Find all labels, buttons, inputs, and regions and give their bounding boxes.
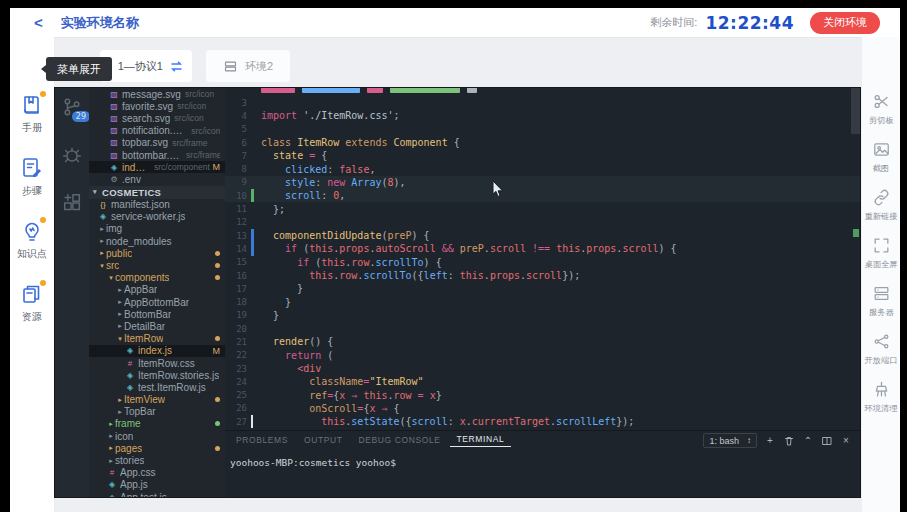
tree-item-ItemRow[interactable]: ▾ItemRow <box>89 333 225 345</box>
tree-item-App.css[interactable]: #App.css <box>89 467 225 479</box>
tree-item-src[interactable]: ▾src <box>89 259 225 271</box>
code-line-4[interactable]: 4import './ItemRow.css'; <box>225 109 860 122</box>
terminal-prompt[interactable]: yoohoos-MBP:cosmetics yoohoo$ <box>230 457 396 468</box>
code-line-14[interactable]: 14 if (this.props.autoScroll && preP.scr… <box>225 242 860 255</box>
code-line-8[interactable]: 8 clicked: false, <box>225 162 860 175</box>
tool-item-ports[interactable]: 开放端口 <box>863 332 899 367</box>
code-line-27[interactable]: 27 this.setState({scroll: x.currentTarge… <box>225 415 860 428</box>
tree-item-favorite.svg[interactable]: ▨favorite.svgsrc/icon <box>89 100 225 112</box>
tree-item-stories[interactable]: ▸stories <box>89 454 225 466</box>
code-line-11[interactable]: 11 }; <box>225 202 860 215</box>
git-status-dot <box>215 421 220 426</box>
tree-item-test.ItemRow.js[interactable]: ◈test.ItemRow.js <box>89 381 225 393</box>
tree-item-components[interactable]: ▾components <box>89 272 225 284</box>
code-line-12[interactable]: 12 <box>225 216 860 229</box>
tree-item-manifest.json[interactable]: {}manifest.json <box>89 199 225 211</box>
tree-item-message.svg[interactable]: ▨message.svgsrc/icon <box>89 88 225 100</box>
tree-item-search.svg[interactable]: ▨search.svgsrc/icon <box>89 112 225 124</box>
tree-item-icon[interactable]: ▸icon <box>89 430 225 442</box>
code-line-3[interactable]: 3 <box>225 96 860 109</box>
tree-item-ItemRow.stories.js[interactable]: ◈ItemRow.stories.js <box>89 369 225 381</box>
debug-icon[interactable] <box>61 144 83 166</box>
code-line-23[interactable]: 23 <div <box>225 362 860 375</box>
tree-item-bottombar.svg[interactable]: ▨bottombar.svgsrc/frame <box>89 149 225 161</box>
code-text: clicked: false, <box>261 164 375 175</box>
sidebar-item-knowledge[interactable]: 知识点 <box>17 219 47 261</box>
tree-item-public[interactable]: ▸public <box>89 247 225 259</box>
panel-tab-problems[interactable]: PROBLEMS <box>229 433 295 447</box>
tree-item-index.js[interactable]: ◈index.jsM <box>89 345 225 357</box>
line-number: 21 <box>225 337 247 347</box>
code-line-25[interactable]: 25 ref={x ⇒ this.row = x} <box>225 389 860 402</box>
tree-item-frame[interactable]: ▸frame <box>89 418 225 430</box>
tree-item-ItemView[interactable]: ▸ItemView <box>89 394 225 406</box>
tool-item-cleanup[interactable]: 环境清理 <box>863 380 899 415</box>
tree-item-name: src <box>106 260 119 271</box>
code-line-21[interactable]: 21 render() { <box>225 335 860 348</box>
workspace-section-header[interactable]: ▾COSMETICS <box>89 186 225 199</box>
tree-item-BottomBar[interactable]: ▸BottomBar <box>89 308 225 320</box>
close-environment-button[interactable]: 关闭环境 <box>810 12 880 34</box>
swap-environment-icon[interactable] <box>169 59 184 74</box>
tree-item-topbar.svg[interactable]: ▨topbar.svgsrc/frame <box>89 137 225 149</box>
tree-item-img[interactable]: ▸img <box>89 223 225 235</box>
new-terminal-icon[interactable]: + <box>764 435 776 447</box>
tree-item-App.test.js[interactable]: ◈App.test.js <box>89 491 225 497</box>
panel-tab-debug-console[interactable]: DEBUG CONSOLE <box>352 433 448 447</box>
tree-item-AppBar[interactable]: ▸AppBar <box>89 284 225 296</box>
code-line-26[interactable]: 26 onScroll={x ⇒ { <box>225 402 860 415</box>
code-line-7[interactable]: 7 state = { <box>225 149 860 162</box>
tree-item-pages[interactable]: ▸pages <box>89 442 225 454</box>
code-line-5[interactable]: 5 <box>225 123 860 136</box>
extensions-icon[interactable] <box>61 192 83 214</box>
editor-scrollbar[interactable] <box>851 88 860 134</box>
split-terminal-icon[interactable] <box>821 435 833 447</box>
env2-tab[interactable]: 环境2 <box>206 50 290 82</box>
line-number: 26 <box>225 403 247 413</box>
tree-item-service-worker.js[interactable]: ◈service-worker.js <box>89 211 225 223</box>
code-line-22[interactable]: 22 return ( <box>225 349 860 362</box>
code-line-16[interactable]: 16 this.row.scrollTo({left: this.props.s… <box>225 269 860 282</box>
tool-item-server[interactable]: 服务器 <box>868 284 895 319</box>
sidebar-item-steps[interactable]: 步骤 <box>20 156 44 198</box>
code-line-15[interactable]: 15 if (this.row.scrollTo) { <box>225 256 860 269</box>
code-line-10[interactable]: 10 scroll: 0, <box>225 189 860 202</box>
tree-item-TopBar[interactable]: ▸TopBar <box>89 406 225 418</box>
tree-item-AppBottomBar[interactable]: ▸AppBottomBar <box>89 296 225 308</box>
tree-item-DetailBar[interactable]: ▸DetailBar <box>89 320 225 332</box>
code-line-9[interactable]: 9 style: new Array(8), <box>225 176 860 189</box>
line-number: 16 <box>225 271 247 281</box>
tool-item-fullscreen[interactable]: 桌面全屏 <box>863 236 899 271</box>
tree-item-notification.svg[interactable]: ▨notification.svgsrc/icon <box>89 125 225 137</box>
panel-tab-terminal[interactable]: TERMINAL <box>450 432 512 447</box>
back-button[interactable]: < <box>34 14 43 31</box>
code-line-19[interactable]: 19 } <box>225 309 860 322</box>
tree-item-node_modules[interactable]: ▸node_modules <box>89 235 225 247</box>
tree-arrow-icon: ▸ <box>98 249 106 257</box>
tree-arrow-icon: ▸ <box>107 420 115 428</box>
code-line-20[interactable]: 20 <box>225 322 860 335</box>
tree-item-.env[interactable]: ⚙.env <box>89 173 225 185</box>
close-panel-icon[interactable]: × <box>840 435 852 447</box>
code-editor[interactable]: 34import './ItemRow.css';56class ItemRow… <box>225 88 860 430</box>
code-line-6[interactable]: 6class ItemRow extends Component { <box>225 136 860 149</box>
sidebar-item-resources[interactable]: 资源 <box>20 282 44 324</box>
tool-item-clipboard[interactable]: 剪切板 <box>868 92 895 127</box>
tree-item-name: notification.svg <box>122 125 187 136</box>
source-control-icon[interactable]: 29 <box>61 96 83 118</box>
kill-terminal-icon[interactable] <box>783 435 795 447</box>
shell-selector[interactable]: 1: bash↕ <box>703 433 757 448</box>
code-line-17[interactable]: 17 } <box>225 282 860 295</box>
tree-item-ItemRow.css[interactable]: #ItemRow.css <box>89 357 225 369</box>
sidebar-item-manual[interactable]: 手册 <box>20 93 44 135</box>
tree-item-App.js[interactable]: ◈App.js <box>89 479 225 491</box>
code-line-13[interactable]: 13 componentDidUpdate(preP) { <box>225 229 860 242</box>
tool-item-relink[interactable]: 重新链接 <box>863 188 899 223</box>
tool-item-screenshot[interactable]: 截图 <box>872 140 891 175</box>
maximize-panel-icon[interactable]: ⌃ <box>802 435 814 447</box>
panel-tab-output[interactable]: OUTPUT <box>297 433 350 447</box>
tree-item-index.js[interactable]: ◈index.jssrc/components...M <box>89 161 225 173</box>
code-line-24[interactable]: 24 className="ItemRow" <box>225 375 860 388</box>
code-line-18[interactable]: 18 } <box>225 295 860 308</box>
protocol-tab[interactable]: 1—协议1 <box>100 50 192 82</box>
